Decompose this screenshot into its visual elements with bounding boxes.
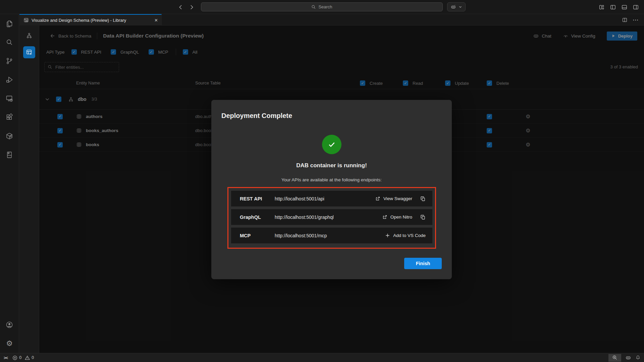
view-swagger-link[interactable]: View Swagger (375, 196, 412, 201)
copy-icon[interactable] (420, 215, 426, 220)
forward-arrow-icon[interactable] (189, 4, 195, 10)
layout-controls (598, 0, 639, 14)
source-control-icon[interactable] (0, 52, 19, 70)
success-check-icon (322, 135, 341, 154)
split-editor-icon[interactable] (622, 17, 628, 23)
endpoint-url: http://localhost:5001/api (275, 196, 375, 201)
search-view-icon[interactable] (0, 33, 19, 52)
status-bar-left: >< 0 0 (0, 355, 34, 360)
zoom-status-item[interactable] (608, 354, 621, 362)
tab-close-icon[interactable]: ✕ (154, 18, 158, 23)
endpoint-url: http://localhost:5001/mcp (275, 233, 385, 238)
tab-label: Visualize and Design Schema (Preview) - … (32, 18, 126, 23)
copilot-icon (450, 4, 456, 10)
open-nitro-link[interactable]: Open Nitro (382, 215, 412, 220)
toggle-sidebar-icon[interactable] (610, 4, 616, 10)
search-icon (311, 5, 316, 9)
notifications-bell-icon[interactable] (635, 355, 641, 360)
error-count: 0 (19, 355, 21, 360)
warning-icon (25, 355, 30, 360)
finish-button[interactable]: Finish (404, 258, 442, 269)
dialog-subtitle: Your APIs are available at the following… (211, 177, 452, 182)
explorer-icon[interactable] (0, 14, 19, 33)
title-bar: Search (0, 0, 644, 14)
editor-tab-bar: Visualize and Design Schema (Preview) - … (19, 14, 644, 25)
deployment-complete-dialog: Deployment Complete DAB container is run… (211, 100, 452, 279)
toggle-panel-icon[interactable] (621, 4, 628, 10)
endpoint-action-label: Open Nitro (390, 215, 412, 220)
copy-icon[interactable] (420, 196, 426, 201)
endpoint-label: REST API (240, 196, 275, 201)
plus-icon (385, 233, 390, 238)
dialog-message: DAB container is running! (211, 162, 452, 169)
endpoint-label: MCP (240, 233, 275, 238)
copilot-status-icon[interactable] (625, 355, 631, 361)
endpoint-row-mcp: MCP http://localhost:5001/mcp Add to VS … (231, 228, 432, 243)
api-builder-view-icon[interactable] (23, 46, 35, 58)
problems-indicator[interactable]: 0 0 (12, 355, 34, 360)
settings-gear-icon[interactable]: ⚙ (0, 334, 19, 353)
extensions-icon[interactable] (0, 108, 19, 127)
endpoint-label: GraphQL (240, 215, 275, 220)
status-bar: >< 0 0 (0, 353, 644, 362)
customize-layout-icon[interactable] (598, 4, 605, 10)
more-actions-icon[interactable]: ⋯ (633, 18, 639, 21)
external-link-icon (382, 215, 387, 220)
remote-indicator[interactable]: >< (4, 355, 7, 360)
designer-toolbar (19, 25, 39, 353)
status-bar-right (608, 354, 644, 362)
database-projects-icon[interactable] (0, 145, 19, 164)
dialog-title: Deployment Complete (221, 112, 292, 120)
warning-count: 0 (32, 355, 34, 360)
activity-bar: ⚙ (0, 14, 19, 353)
remote-explorer-icon[interactable] (0, 89, 19, 108)
endpoints-highlight-box: REST API http://localhost:5001/api View … (227, 187, 436, 249)
error-icon (12, 355, 17, 360)
chevron-down-icon (459, 5, 462, 9)
schema-designer-tab-icon (23, 17, 29, 23)
accounts-icon[interactable] (0, 315, 19, 334)
schema-diagram-view-icon[interactable] (19, 28, 39, 43)
zoom-in-icon (612, 355, 618, 360)
run-debug-icon[interactable] (0, 70, 19, 89)
command-center-search[interactable]: Search (201, 2, 443, 11)
container-tools-icon[interactable] (0, 127, 19, 145)
endpoint-row-graphql: GraphQL http://localhost:5001/graphql Op… (231, 209, 432, 225)
external-link-icon (375, 196, 380, 201)
endpoint-url: http://localhost:5001/graphql (275, 215, 382, 220)
back-arrow-icon[interactable] (178, 4, 183, 10)
endpoint-row-rest: REST API http://localhost:5001/api View … (231, 191, 432, 206)
add-to-vscode-link[interactable]: Add to VS Code (385, 233, 426, 238)
toggle-secondary-sidebar-icon[interactable] (633, 4, 639, 10)
editor-actions: ⋯ (622, 14, 639, 25)
copilot-menu-button[interactable] (447, 2, 466, 11)
search-placeholder: Search (318, 4, 332, 9)
history-nav (178, 0, 195, 14)
endpoint-action-label: View Swagger (383, 196, 412, 201)
tab-visualize-design-schema[interactable]: Visualize and Design Schema (Preview) - … (19, 14, 162, 25)
endpoint-action-label: Add to VS Code (393, 233, 426, 238)
